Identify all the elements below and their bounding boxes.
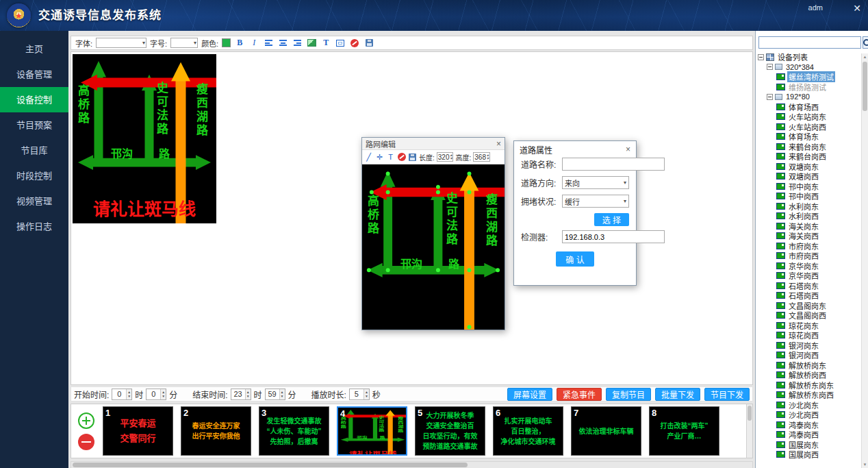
device-tree-item[interactable]: 解放桥东岗东 <box>756 380 860 391</box>
text-tool-button[interactable]: T <box>320 38 331 49</box>
end-minute-input[interactable]: 59▲▼ <box>265 389 285 400</box>
scroll-up-icon[interactable]: ▲ <box>862 53 868 60</box>
device-tree-item[interactable]: 国展岗西 <box>756 449 860 460</box>
device-tree-item[interactable]: 鸿泰岗西 <box>756 430 860 440</box>
delete-tool[interactable] <box>397 152 406 162</box>
start-minute-input[interactable]: 0▲▼ <box>146 389 166 400</box>
sidebar-item[interactable]: 操作日志 <box>0 214 68 239</box>
program-thumb-4[interactable]: 4 高桥路 <box>337 406 407 456</box>
device-tree-item[interactable]: 双塘岗西 <box>756 171 860 182</box>
vertical-scrollbar[interactable]: ▲ ▼ <box>861 53 868 468</box>
device-tree-item[interactable]: 设备列表 <box>756 52 860 62</box>
device-tree-item[interactable]: 海关岗西 <box>756 231 860 241</box>
sidebar-item[interactable]: 设备控制 <box>0 87 68 112</box>
device-tree-item[interactable]: 银河岗东 <box>756 341 860 351</box>
device-tree-item[interactable]: 来鹤台岗西 <box>756 151 860 162</box>
window-close-button[interactable]: ✕ <box>850 1 864 15</box>
device-tree-item[interactable]: 市府岗西 <box>756 251 860 261</box>
align-center-button[interactable] <box>277 38 288 49</box>
device-tree-item[interactable]: 文昌阁岗东 <box>756 301 860 311</box>
device-tree-item[interactable]: 320*384 <box>756 62 860 73</box>
device-tree-item[interactable]: 沙北岗东 <box>756 400 860 410</box>
led-preview[interactable]: 高桥路 史可法路 瘦西湖路 邗沟 路 请礼让斑马线 <box>73 54 216 223</box>
dialog-titlebar[interactable]: 路网编辑 × <box>362 138 505 150</box>
search-input[interactable] <box>758 36 861 49</box>
program-thumb-6[interactable]: 6 扎实开展电动车 百日整治， 净化城市交通环境 <box>493 406 563 456</box>
spinner-icon[interactable]: ▴▾ <box>450 153 452 160</box>
sidebar-item[interactable]: 节目预案 <box>0 112 68 138</box>
sidebar-item[interactable]: 节目库 <box>0 138 68 163</box>
road-direction-select[interactable]: 来向▾ <box>562 176 629 189</box>
device-tree-item[interactable]: 市府岗东 <box>756 241 860 251</box>
text-tool[interactable]: T <box>386 152 395 162</box>
spinner-icon[interactable]: ▲▼ <box>363 389 369 399</box>
road-network-canvas[interactable]: 高桥路 史可法路 瘦西湖路 邗沟 路 <box>362 164 505 330</box>
italic-button[interactable]: I <box>248 38 259 49</box>
tree-collapse-icon[interactable] <box>767 64 773 70</box>
spinner-icon[interactable]: ▲▼ <box>126 389 131 399</box>
horizontal-scrollbar[interactable] <box>71 461 753 468</box>
device-tree-item[interactable]: 海关岗东 <box>756 221 860 232</box>
start-hour-input[interactable]: 0▲▼ <box>112 389 132 400</box>
device-tree-item[interactable]: 体育场西 <box>756 102 860 112</box>
program-thumb-5[interactable]: 5 大力开展秋冬季 交通安全整治百 日攻坚行动，有效 预防道路交通事故 <box>415 406 485 456</box>
scrollbar-thumb[interactable] <box>863 62 867 111</box>
spinner-icon[interactable]: ▴▾ <box>487 153 489 160</box>
draw-line-tool[interactable]: ╱ <box>364 152 373 162</box>
search-button[interactable] <box>863 36 868 49</box>
program-thumb-1[interactable]: 1 平安春运 交警同行 <box>103 406 173 456</box>
align-right-button[interactable] <box>292 38 303 49</box>
device-tree-item[interactable]: 鸿泰岗东 <box>756 420 860 430</box>
device-tree-item[interactable]: 京华岗东 <box>756 261 860 271</box>
device-tree-item[interactable]: 石塔岗东 <box>756 281 860 291</box>
device-tree-item[interactable]: 解放桥岗东 <box>756 360 860 371</box>
spinner-icon[interactable]: ▲▼ <box>279 389 285 399</box>
sidebar-item[interactable]: 视频管理 <box>0 188 68 214</box>
delete-button[interactable] <box>349 38 360 49</box>
device-tree-item[interactable]: 沙北岗西 <box>756 410 860 420</box>
copy-program-button[interactable]: 复制节目 <box>606 388 651 401</box>
sidebar-item[interactable]: 时段控制 <box>0 163 68 188</box>
device-tree-item[interactable]: 石塔岗西 <box>756 291 860 301</box>
device-tree-item[interactable]: 水利岗东 <box>756 201 860 212</box>
tree-collapse-icon[interactable] <box>767 94 773 100</box>
sidebar-item[interactable]: 主页 <box>0 36 68 62</box>
spinner-icon[interactable]: ▲▼ <box>245 389 251 399</box>
confirm-button[interactable]: 确 认 <box>556 251 593 267</box>
tree-collapse-icon[interactable] <box>758 54 764 60</box>
remove-program-button[interactable] <box>78 434 94 450</box>
length-input[interactable]: 320▴▾ <box>437 152 454 162</box>
device-tree-item[interactable]: 琼花岗西 <box>756 330 860 341</box>
program-thumb-7[interactable]: 7 依法治理非标车辆 <box>571 406 641 456</box>
device-tree-item[interactable]: 邗中岗东 <box>756 182 860 192</box>
device-tree-item[interactable]: 192*80 <box>756 92 860 102</box>
emergency-event-button[interactable]: 紧急事件 <box>557 388 602 401</box>
bold-button[interactable]: B <box>234 38 245 49</box>
align-left-button[interactable] <box>263 38 274 49</box>
screen-settings-button[interactable]: 屏幕设置 <box>507 388 552 401</box>
scrollbar-thumb[interactable] <box>73 463 468 467</box>
font-select[interactable]: ▾ <box>96 38 146 48</box>
device-tree-item[interactable]: 银河岗西 <box>756 350 860 360</box>
device-tree-item[interactable]: 解放桥岗西 <box>756 370 860 380</box>
device-tree-item[interactable]: 火车站岗西 <box>756 122 860 132</box>
device-tree-item[interactable]: 水利岗西 <box>756 211 860 221</box>
program-thumb-2[interactable]: 2 春运安全连万家 出行平安你我他 <box>181 406 251 456</box>
end-hour-input[interactable]: 23▲▼ <box>231 389 251 400</box>
device-tree-item[interactable]: 来鹤台岗东 <box>756 142 860 152</box>
device-tree-item[interactable]: 国展岗东 <box>756 440 860 450</box>
fit-screen-button[interactable] <box>335 38 346 49</box>
road-name-input[interactable] <box>562 158 665 171</box>
scroll-down-icon[interactable]: ▼ <box>862 461 868 468</box>
color-swatch[interactable] <box>222 38 231 47</box>
dialog-titlebar[interactable]: 道路属性 × <box>514 141 636 158</box>
user-menu[interactable]: adm <box>808 3 823 12</box>
save-button[interactable] <box>363 38 374 49</box>
congestion-select[interactable]: 缓行▾ <box>562 195 629 208</box>
device-tree-item[interactable]: 螺丝湾桥测试 <box>756 72 860 82</box>
device-tree-item[interactable]: 京华岗西 <box>756 271 860 281</box>
spinner-icon[interactable]: ▲▼ <box>160 389 166 399</box>
move-tool[interactable]: ✛ <box>375 152 384 162</box>
batch-send-button[interactable]: 批量下发 <box>655 388 700 401</box>
program-send-button[interactable]: 节目下发 <box>704 388 750 401</box>
